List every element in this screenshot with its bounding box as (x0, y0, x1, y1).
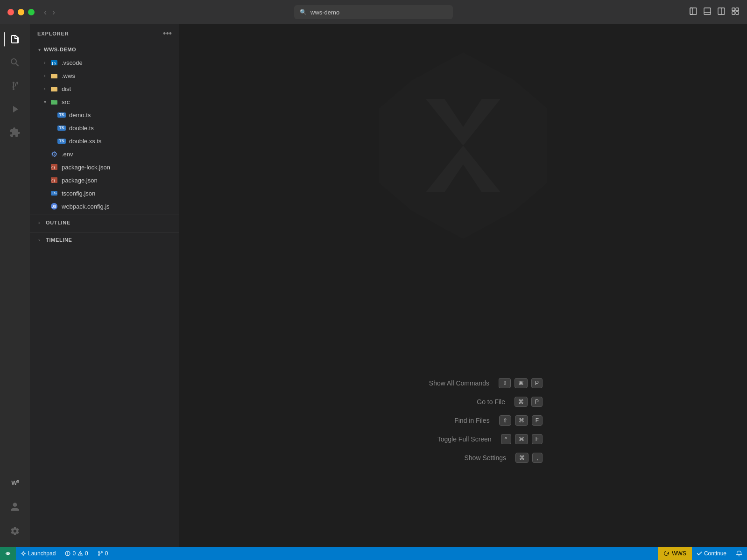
error-count: 0 (72, 550, 76, 557)
svg-rect-16 (51, 74, 54, 75)
titlebar-actions (689, 7, 740, 17)
tree-item-package-lock[interactable]: { } package-lock.json (30, 161, 179, 174)
minimize-button[interactable] (18, 9, 24, 15)
remote-status-item[interactable] (0, 547, 16, 560)
env-file-icon: ⚙ (49, 149, 59, 159)
search-text: wws-demo (310, 9, 339, 16)
webpack-label: webpack.config.js (62, 203, 110, 210)
package-lock-label: package-lock.json (62, 164, 110, 171)
tsconfig-label: tsconfig.json (62, 190, 95, 197)
tree-item-double-ts[interactable]: TS double.ts (30, 121, 179, 134)
svg-point-32 (101, 552, 102, 553)
titlebar: ‹ › 🔍 wws-demo (0, 0, 747, 24)
panel-toggle-icon[interactable] (703, 7, 712, 17)
explorer-activity-icon[interactable] (4, 28, 26, 50)
continue-status-item[interactable]: Continue (692, 547, 731, 560)
account-activity-icon[interactable] (4, 496, 26, 518)
wws-status-item[interactable]: WWS (658, 547, 692, 560)
tree-item-double-xs-ts[interactable]: TS double.xs.ts (30, 134, 179, 147)
traffic-lights (7, 9, 35, 15)
search-icon: 🔍 (300, 9, 307, 15)
svg-rect-2 (704, 8, 711, 14)
chevron-right-icon: › (41, 72, 49, 79)
key-ctrl: ^ (501, 434, 511, 444)
activity-bar: W⁵ (0, 24, 30, 547)
double-xs-ts-label: double.xs.ts (69, 138, 101, 145)
svg-rect-15 (51, 74, 57, 78)
env-label: .env (62, 151, 73, 158)
sync-icon (663, 551, 669, 556)
titlebar-search[interactable]: 🔍 wws-demo (294, 5, 453, 19)
timeline-header[interactable]: › TIMELINE (30, 232, 179, 247)
errors-status-item[interactable]: 0 0 (60, 547, 92, 560)
branch-icon (98, 551, 103, 556)
shortcut-row-commands: Show All Commands ⇧ ⌘ P (384, 378, 543, 388)
sidebar-content: ▾ WWS-DEMO › { } .vscode › (30, 43, 179, 547)
svg-point-30 (98, 552, 99, 553)
tree-item-env[interactable]: ⚙ .env (30, 147, 179, 161)
svg-rect-20 (51, 100, 54, 101)
dist-folder-icon (49, 84, 59, 93)
sidebar-toggle-icon[interactable] (689, 7, 698, 17)
tree-item-src[interactable]: ▾ src (30, 95, 179, 108)
double-ts-label: double.ts (69, 125, 94, 132)
show-all-commands-label: Show All Commands (429, 379, 489, 387)
source-control-activity-icon[interactable] (4, 75, 26, 97)
tree-item-webpack[interactable]: JS webpack.config.js (30, 200, 179, 213)
tree-root[interactable]: ▾ WWS-DEMO (30, 43, 179, 56)
svg-text:JS: JS (52, 205, 56, 208)
launchpad-status-item[interactable]: Launchpad (16, 547, 60, 560)
tree-item-vscode[interactable]: › { } .vscode (30, 56, 179, 69)
tsconfig-icon: TS (49, 189, 59, 198)
close-button[interactable] (7, 9, 14, 15)
tree-item-tsconfig[interactable]: TS tsconfig.json (30, 187, 179, 200)
outline-header[interactable]: › OUTLINE (30, 215, 179, 230)
settings-activity-icon[interactable] (4, 520, 26, 542)
json-icon: { } (49, 175, 59, 185)
wws-label: WWS (672, 550, 686, 557)
extensions-activity-icon[interactable] (4, 121, 26, 144)
wws-activity-icon[interactable]: W⁵ (4, 471, 26, 494)
editor-layout-icon[interactable] (717, 7, 726, 17)
ts-file-icon: TS (57, 110, 66, 119)
app-body: W⁵ EXPLORER ••• ▾ WWS-DEMO (0, 24, 747, 547)
notifications-status-item[interactable] (731, 547, 747, 560)
key-cmd: ⌘ (515, 434, 528, 444)
nav-forward-button[interactable]: › (52, 7, 55, 17)
tree-item-package-json[interactable]: { } package.json (30, 174, 179, 187)
status-bar: Launchpad 0 0 0 (0, 547, 747, 560)
maximize-button[interactable] (28, 9, 35, 15)
vscode-watermark (370, 52, 557, 241)
tree-item-wws[interactable]: › .wws (30, 69, 179, 82)
svg-rect-0 (690, 8, 692, 14)
tree-item-demo-ts[interactable]: TS demo.ts (30, 108, 179, 121)
run-debug-activity-icon[interactable] (4, 98, 26, 120)
tree-item-dist[interactable]: › dist (30, 82, 179, 95)
key-shift: ⇧ (499, 378, 511, 388)
search-activity-icon[interactable] (4, 51, 26, 74)
checkmark-icon (697, 551, 702, 556)
vscode-folder-icon: { } (49, 58, 59, 67)
chevron-right-icon: › (41, 85, 49, 92)
svg-point-27 (7, 553, 9, 554)
sidebar-header: EXPLORER ••• (30, 24, 179, 43)
timeline-label: TIMELINE (46, 237, 72, 243)
demo-ts-label: demo.ts (69, 112, 91, 119)
nav-back-button[interactable]: ‹ (44, 7, 47, 17)
branch-status-item[interactable]: 0 (93, 547, 113, 560)
svg-rect-9 (736, 12, 739, 14)
outline-section: › OUTLINE (30, 215, 179, 230)
key-cmd: ⌘ (515, 415, 528, 426)
svg-rect-7 (736, 8, 739, 11)
customize-layout-icon[interactable] (731, 7, 740, 17)
wws-folder-label: .wws (62, 72, 75, 79)
key-cmd: ⌘ (514, 378, 528, 388)
sidebar-more-button[interactable]: ••• (163, 29, 172, 39)
timeline-section: › TIMELINE (30, 232, 179, 247)
chevron-right-icon: › (35, 236, 43, 244)
key-f: F (532, 434, 543, 444)
shortcut-row-find: Find in Files ⇧ ⌘ F (384, 415, 543, 426)
launchpad-label: Launchpad (28, 550, 56, 557)
error-icon (65, 551, 70, 556)
dist-folder-label: dist (62, 85, 71, 92)
